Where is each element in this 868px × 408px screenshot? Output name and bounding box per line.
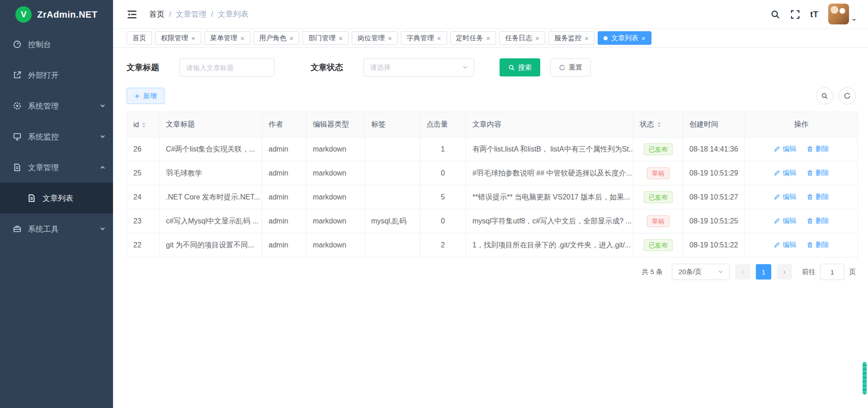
chevron-down-icon (99, 226, 106, 232)
edit-button[interactable]: 编辑 (774, 217, 796, 225)
close-icon[interactable] (241, 35, 245, 42)
tab-department-management[interactable]: 部门管理 (302, 31, 349, 45)
pencil-icon (774, 242, 780, 248)
fullscreen-icon[interactable] (790, 9, 800, 19)
cell-status: 已发布 (633, 233, 683, 257)
cell-editor: markdown (307, 185, 365, 209)
caret-down-icon[interactable] (852, 19, 856, 24)
tab-dict-management[interactable]: 字典管理 (401, 31, 447, 45)
pencil-icon (774, 170, 780, 176)
close-icon[interactable] (437, 35, 441, 42)
article-list-icon (27, 194, 36, 203)
column-header-author: 作者 (262, 112, 307, 138)
sidebar-item-system-monitor[interactable]: 系统监控 (0, 121, 113, 152)
search-icon[interactable] (770, 9, 780, 19)
cell-id: 26 (127, 138, 160, 161)
cell-title: 羽毛球教学 (160, 161, 262, 185)
tab-task-log[interactable]: 任务日志 (499, 31, 545, 45)
breadcrumb-article-management[interactable]: 文章管理 (176, 9, 207, 19)
breadcrumb-home[interactable]: 首页 (149, 9, 165, 19)
sidebar-item-article-list[interactable]: 文章列表 (0, 183, 113, 213)
select-placeholder: 请选择 (370, 63, 462, 72)
sidebar-item-system-management[interactable]: 系统管理 (0, 90, 113, 121)
add-button[interactable]: 新增 (127, 88, 165, 104)
prev-page-button[interactable]: ‹ (735, 264, 750, 280)
search-button[interactable]: 搜索 (500, 58, 540, 76)
article-status-label: 文章状态 (311, 62, 343, 73)
column-label: id (133, 121, 139, 128)
delete-button[interactable]: 删除 (807, 145, 829, 153)
page-number-1[interactable]: 1 (756, 264, 771, 280)
sidebar-item-dashboard[interactable]: 控制台 (0, 29, 113, 60)
tab-label: 定时任务 (456, 34, 483, 43)
refresh-button[interactable] (839, 87, 856, 104)
delete-button[interactable]: 删除 (807, 241, 829, 249)
close-icon[interactable] (290, 35, 294, 42)
sidebar-item-external-open[interactable]: 外部打开 (0, 60, 113, 90)
font-size-icon[interactable]: tT (810, 10, 818, 19)
article-title-input[interactable] (179, 58, 274, 76)
tab-label: 用户角色 (259, 34, 287, 43)
tab-home[interactable]: 首页 (127, 31, 152, 45)
column-header-actions: 操作 (745, 112, 858, 138)
cell-id: 24 (127, 185, 160, 209)
tab-article-list[interactable]: 文章列表 (598, 31, 651, 45)
chevron-down-icon (462, 64, 468, 71)
sidebar-item-article-management[interactable]: 文章管理 (0, 152, 113, 183)
next-page-button[interactable]: › (777, 264, 792, 280)
page-size-select[interactable]: 20条/页 (672, 264, 730, 280)
sidebar: V ZrAdmin.NET 控制台 外部打开 系统管理 系统监控 (0, 0, 113, 408)
column-header-id[interactable]: id (127, 112, 160, 138)
edit-button[interactable]: 编辑 (774, 169, 796, 177)
trash-icon (807, 194, 813, 200)
cell-status: 已发布 (633, 185, 683, 209)
pagination-total: 共 5 条 (642, 268, 663, 276)
tab-user-role[interactable]: 用户角色 (254, 31, 300, 45)
close-icon[interactable] (535, 35, 539, 42)
delete-button[interactable]: 删除 (807, 217, 829, 225)
cell-status: 已发布 (633, 138, 683, 161)
tab-label: 岗位管理 (358, 34, 385, 43)
tab-scheduled-task[interactable]: 定时任务 (450, 31, 496, 45)
edit-button[interactable]: 编辑 (774, 193, 796, 201)
sort-icon[interactable] (142, 123, 146, 128)
sidebar-collapse-icon[interactable] (127, 9, 137, 20)
close-icon[interactable] (486, 35, 491, 42)
article-status-select[interactable]: 请选择 (363, 58, 474, 76)
close-icon[interactable] (388, 35, 392, 42)
cell-title: C#两个list集合实现关联，... (160, 138, 262, 161)
sort-icon[interactable] (657, 122, 661, 127)
cell-clicks: 0 (420, 209, 466, 233)
column-header-editor-type: 编辑器类型 (307, 112, 365, 138)
cell-clicks: 1 (420, 138, 466, 161)
cell-actions: 编辑 删除 (745, 185, 858, 209)
delete-button[interactable]: 删除 (807, 169, 829, 177)
scrollbar-thumb[interactable] (863, 362, 867, 394)
sidebar-item-label: 系统工具 (28, 224, 99, 234)
edit-button[interactable]: 编辑 (774, 145, 796, 153)
page-content: 文章标题 文章状态 请选择 搜索 重置 (113, 47, 868, 408)
toggle-search-button[interactable] (816, 87, 833, 104)
delete-button[interactable]: 删除 (807, 193, 829, 201)
tab-menu-management[interactable]: 菜单管理 (204, 31, 250, 45)
cell-created: 08-19 10:51:22 (683, 233, 745, 257)
article-title-label: 文章标题 (127, 62, 159, 73)
column-header-status[interactable]: 状态 (633, 112, 683, 138)
cell-author: admin (262, 233, 307, 257)
goto-page-input[interactable] (820, 264, 844, 280)
avatar[interactable] (828, 4, 849, 24)
sidebar-item-system-tools[interactable]: 系统工具 (0, 213, 113, 244)
cell-status: 草稿 (633, 209, 683, 233)
edit-button[interactable]: 编辑 (774, 241, 796, 249)
close-icon[interactable] (642, 35, 646, 42)
app-logo[interactable]: V ZrAdmin.NET (0, 0, 113, 29)
trash-icon (807, 146, 813, 152)
tab-post-management[interactable]: 岗位管理 (352, 31, 398, 45)
close-icon[interactable] (191, 35, 195, 42)
close-icon[interactable] (339, 35, 343, 42)
tab-service-monitor[interactable]: 服务监控 (548, 31, 594, 45)
breadcrumb-article-list[interactable]: 文章列表 (217, 9, 248, 19)
close-icon[interactable] (585, 35, 589, 42)
tab-permission-management[interactable]: 权限管理 (155, 31, 201, 45)
reset-button[interactable]: 重置 (550, 58, 591, 76)
